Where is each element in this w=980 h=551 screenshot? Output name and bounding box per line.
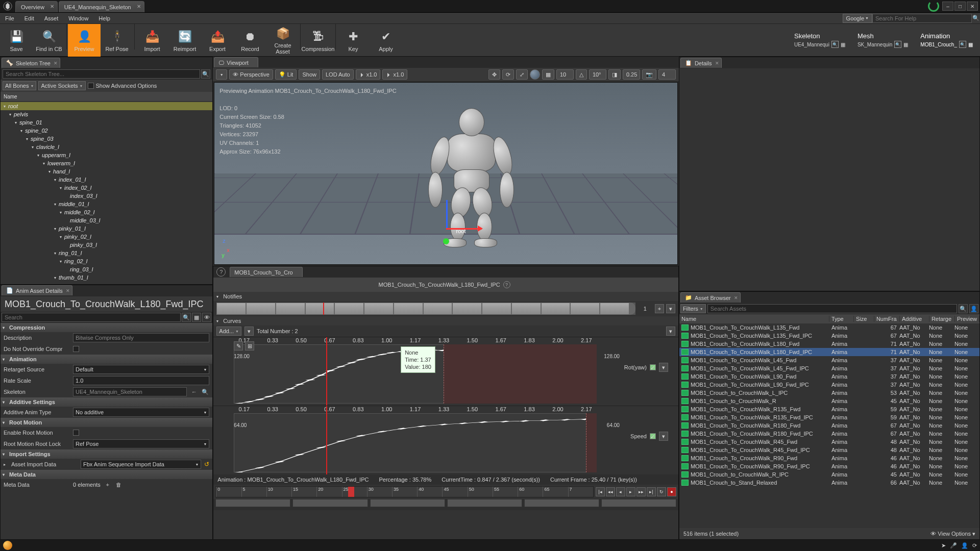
- bone-row[interactable]: ▾middle_02_l: [1, 208, 212, 216]
- search-icon[interactable]: 🔍: [201, 69, 210, 79]
- start-orb-icon[interactable]: [3, 541, 12, 550]
- bone-row[interactable]: ▾upperarm_l: [1, 151, 212, 159]
- curve-menu-button[interactable]: ▾: [666, 327, 675, 336]
- search-icon[interactable]: 🔍: [894, 41, 901, 48]
- curve-key-icon[interactable]: ⊞: [245, 341, 254, 350]
- export-button[interactable]: 📤Export: [201, 24, 234, 57]
- refresh-icon[interactable]: ⟳: [972, 542, 977, 549]
- key-button[interactable]: ✚Key: [337, 24, 370, 57]
- step-back-button[interactable]: ◂◂: [606, 487, 615, 496]
- bone-row[interactable]: ▾pelvis: [1, 110, 212, 118]
- transform-rotate-button[interactable]: ⟳: [502, 69, 514, 80]
- checkbox[interactable]: [73, 346, 79, 352]
- breadcrumb-mesh[interactable]: MeshSK_Mannequin 🔍 ▦: [848, 24, 915, 57]
- bone-row[interactable]: ▾middle_01_l: [1, 200, 212, 208]
- show-button[interactable]: Show: [299, 69, 320, 80]
- bone-row[interactable]: ▾lowerarm_l: [1, 159, 212, 167]
- maximize-button[interactable]: □: [954, 2, 966, 11]
- collapse-icon[interactable]: ▾: [216, 319, 221, 323]
- asset-row[interactable]: MOB1_Crouch_To_CrouchWalk_L180_Fwd_IPCAn…: [679, 348, 979, 356]
- lit-button[interactable]: 💡 Lit: [275, 69, 297, 80]
- snap-angle-button[interactable]: △: [576, 69, 587, 80]
- secondary-timeline[interactable]: [213, 499, 678, 510]
- section-header[interactable]: ▾Additive Settings: [1, 397, 212, 407]
- bone-row[interactable]: ring_03_l: [1, 265, 212, 273]
- transform-scale-button[interactable]: ⤢: [516, 69, 528, 80]
- person-icon[interactable]: 👤: [961, 542, 968, 549]
- curve-edit-icon[interactable]: ✎: [234, 341, 243, 350]
- asset-ref[interactable]: UE4_Mannequin_Skeleton: [73, 387, 187, 396]
- breadcrumb-skeleton[interactable]: SkeletonUE4_Mannequi 🔍 ▦: [785, 24, 852, 57]
- section-header[interactable]: ▾Import Settings: [1, 449, 212, 459]
- asset-row[interactable]: MOB1_Crouch_To_CrouchWalk_L90_Fwd_IPCAni…: [679, 381, 979, 389]
- anim-asset-details-tab[interactable]: 📄Anim Asset Details✕: [2, 285, 72, 295]
- add-icon[interactable]: +: [104, 481, 112, 489]
- asset-row[interactable]: MOB1_Crouch_To_CrouchWalk_L180_FwdAnima7…: [679, 340, 979, 348]
- snap-grid-button[interactable]: ▦: [542, 69, 554, 80]
- bone-row[interactable]: ▾ring_02_l: [1, 257, 212, 265]
- asset-row[interactable]: MOB1_Crouch_To_CrouchWalk_R90_Fwd_IPCAni…: [679, 462, 979, 470]
- search-icon[interactable]: 🔍: [959, 304, 968, 313]
- notify-menu-button[interactable]: ▾: [666, 304, 675, 313]
- search-icon[interactable]: 🔍: [182, 313, 191, 322]
- import-button[interactable]: 📥Import: [136, 24, 168, 57]
- collapse-icon[interactable]: ▾: [216, 294, 221, 299]
- anim-sequence-tab[interactable]: MOB1_Crouch_To_Cro: [230, 267, 302, 277]
- lod-button[interactable]: LOD Auto: [322, 69, 354, 80]
- menu-help[interactable]: Help: [93, 13, 115, 23]
- speed-x1a-button[interactable]: ⏵ x1.0: [356, 69, 381, 80]
- close-button[interactable]: ✕: [967, 2, 978, 11]
- compression-button[interactable]: 🗜Compression: [302, 24, 334, 57]
- ue-logo-icon[interactable]: [0, 0, 15, 13]
- asset-row[interactable]: MOB1_Crouch_To_CrouchWalk_R180_Fwd_IPCAn…: [679, 430, 979, 438]
- record-button[interactable]: ⏺Record: [234, 24, 266, 57]
- skeleton-search-input[interactable]: [3, 69, 200, 79]
- skeleton-tree-tab[interactable]: 🦴Skeleton Tree✕: [2, 58, 60, 68]
- asset-row[interactable]: MOB1_Crouch_To_CrouchWalk_L90_FwdAnima37…: [679, 372, 979, 381]
- skeleton-tree[interactable]: ▾root▾pelvis▾spine_01▾spine_02▾spine_03▾…: [1, 101, 212, 284]
- asset-browser-tab[interactable]: 📁Asset Browser✕: [680, 292, 741, 303]
- close-icon[interactable]: ✕: [715, 61, 719, 66]
- loop-button[interactable]: ↻: [657, 487, 666, 496]
- asset-row[interactable]: MOB1_Crouch_to_Stand_RelaxedAnima66AAT_N…: [679, 479, 979, 487]
- curve-options-button[interactable]: ▾: [244, 327, 254, 336]
- bone-row[interactable]: ▾index_02_l: [1, 184, 212, 192]
- bone-row[interactable]: ▾hand_l: [1, 167, 212, 176]
- close-icon[interactable]: ✕: [66, 288, 70, 293]
- asset-row[interactable]: MOB1_Crouch_to_CrouchWalk_RAnima45AAT_No…: [679, 397, 979, 405]
- bone-row[interactable]: pinky_03_l: [1, 241, 212, 249]
- ref-pose-button[interactable]: 🕴Ref Pose: [101, 24, 133, 57]
- expand-icon[interactable]: ▸: [4, 462, 8, 467]
- find-icon[interactable]: 🔍: [201, 388, 209, 396]
- details-tab[interactable]: 📋Details✕: [680, 58, 722, 68]
- viewport-menu-button[interactable]: [216, 69, 227, 80]
- camera-speed-button[interactable]: 📷: [642, 69, 656, 80]
- info-icon[interactable]: ?: [216, 267, 226, 277]
- close-icon[interactable]: ✕: [54, 61, 58, 66]
- bone-row[interactable]: ▾thumb_01_l: [1, 273, 212, 282]
- scale-snap-value[interactable]: 0.25: [623, 69, 640, 80]
- asset-row[interactable]: MOB1_Crouch_To_CrouchWalk_R180_FwdAnima6…: [679, 421, 979, 430]
- asset-row[interactable]: MOB1_Crouch_To_CrouchWalk_R135_Fwd_IPCAn…: [679, 413, 979, 421]
- section-header[interactable]: ▾Meta Data: [1, 470, 212, 479]
- eye-icon[interactable]: 👁: [202, 313, 211, 322]
- perspective-button[interactable]: 👁 Perspective: [229, 69, 273, 80]
- details-search-input[interactable]: [2, 313, 181, 322]
- bone-row[interactable]: ▾index_01_l: [1, 176, 212, 184]
- show-advanced-checkbox[interactable]: [88, 83, 94, 89]
- angle-snap-value[interactable]: 10°: [589, 69, 606, 80]
- asset-row[interactable]: MOB1_Crouch_To_CrouchWalk_R45_FwdAnima48…: [679, 438, 979, 446]
- transform-move-button[interactable]: ✥: [488, 69, 500, 80]
- bone-row[interactable]: ▾spine_02: [1, 127, 212, 135]
- tree-column-header[interactable]: Name: [1, 92, 212, 101]
- help-search-input[interactable]: [872, 14, 972, 23]
- bone-row[interactable]: ▾pinky_01_l: [1, 224, 212, 233]
- dropdown[interactable]: Default: [73, 365, 209, 374]
- asset-row[interactable]: MOB1_Crouch_To_CrouchWalk_R45_Fwd_IPCAni…: [679, 446, 979, 454]
- breadcrumb-animation[interactable]: AnimationMOB1_Crouch_ 🔍 ▦: [911, 24, 980, 57]
- save-button[interactable]: 💾Save: [0, 24, 33, 57]
- checkbox[interactable]: [73, 430, 79, 436]
- add-curve-button[interactable]: Add...: [216, 327, 241, 336]
- asset-list[interactable]: MOB1_Crouch_To_CrouchWalk_L135_FwdAnima6…: [679, 323, 979, 528]
- menu-file[interactable]: File: [0, 13, 19, 23]
